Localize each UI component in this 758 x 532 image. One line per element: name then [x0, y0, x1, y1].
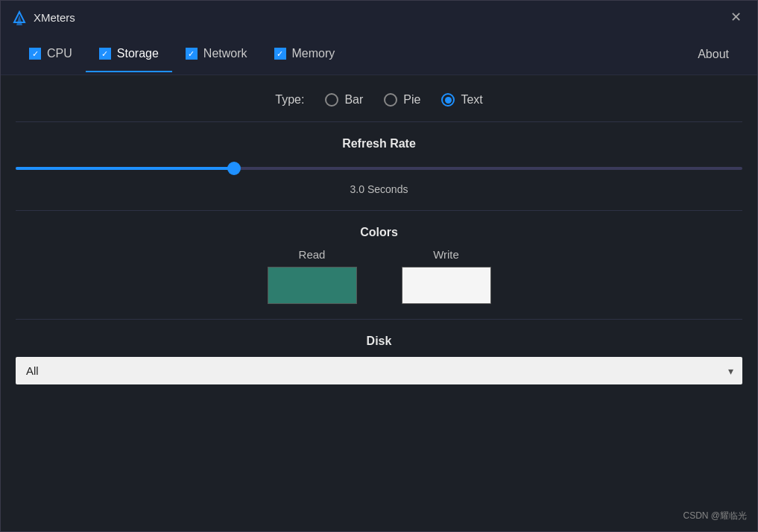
disk-title: Disk: [16, 335, 742, 348]
slider-thumb[interactable]: [227, 162, 241, 175]
slider-value: 3.0 Seconds: [16, 183, 742, 195]
watermark: CSDN @耀临光: [683, 510, 747, 522]
colors-title: Colors: [16, 226, 742, 239]
close-button[interactable]: ✕: [724, 6, 747, 28]
refresh-rate-section: Refresh Rate 3.0 Seconds: [16, 137, 742, 195]
tab-storage-label: Storage: [117, 47, 159, 60]
write-label: Write: [433, 248, 459, 261]
disk-dropdown[interactable]: All C: D: E:: [16, 357, 742, 384]
main-content: Type: Bar Pie Text Refresh Rate: [1, 75, 757, 531]
tab-memory-label: Memory: [292, 47, 335, 60]
radio-bar[interactable]: Bar: [325, 93, 363, 107]
app-title: XMeters: [34, 11, 724, 24]
radio-text-circle[interactable]: [441, 93, 455, 107]
slider-track: [16, 167, 742, 170]
write-color-item: Write: [402, 248, 491, 304]
radio-pie-circle[interactable]: [384, 93, 397, 107]
divider-1: [16, 121, 742, 122]
read-color-item: Read: [268, 248, 357, 304]
slider-container: [16, 159, 742, 177]
divider-3: [16, 319, 742, 320]
cpu-checkbox[interactable]: ✓: [29, 48, 41, 60]
refresh-rate-title: Refresh Rate: [16, 137, 742, 151]
radio-pie-label: Pie: [403, 93, 420, 107]
colors-row: Read Write: [16, 248, 742, 304]
radio-pie[interactable]: Pie: [384, 93, 420, 107]
read-color-swatch[interactable]: [268, 267, 357, 304]
radio-text-label: Text: [461, 93, 482, 107]
read-label: Read: [299, 248, 326, 261]
app-icon: [11, 9, 28, 25]
network-checkbox[interactable]: ✓: [186, 48, 198, 60]
slider-fill: [16, 167, 234, 170]
tab-cpu[interactable]: ✓ CPU: [16, 37, 86, 72]
colors-section: Colors Read Write: [16, 226, 742, 304]
divider-2: [16, 210, 742, 211]
title-bar: XMeters ✕: [1, 1, 757, 34]
tab-cpu-label: CPU: [47, 47, 72, 60]
radio-text[interactable]: Text: [441, 93, 482, 107]
tab-about[interactable]: About: [684, 37, 742, 72]
tab-storage[interactable]: ✓ Storage: [86, 37, 172, 72]
tab-memory[interactable]: ✓ Memory: [261, 37, 349, 72]
write-color-swatch[interactable]: [402, 267, 491, 304]
radio-bar-circle[interactable]: [325, 93, 338, 107]
radio-bar-label: Bar: [344, 93, 363, 107]
disk-dropdown-wrapper: All C: D: E: ▾: [16, 357, 742, 384]
tab-network-label: Network: [203, 47, 247, 60]
nav-bar: ✓ CPU ✓ Storage ✓ Network ✓ Memory About: [1, 34, 757, 75]
memory-checkbox[interactable]: ✓: [274, 48, 286, 60]
tab-network[interactable]: ✓ Network: [172, 37, 261, 72]
type-row: Type: Bar Pie Text: [16, 93, 742, 107]
type-label: Type:: [275, 93, 304, 107]
disk-section: Disk All C: D: E: ▾: [16, 335, 742, 384]
storage-checkbox[interactable]: ✓: [99, 48, 111, 60]
app-window: XMeters ✕ ✓ CPU ✓ Storage ✓ Network ✓ Me…: [0, 0, 758, 532]
